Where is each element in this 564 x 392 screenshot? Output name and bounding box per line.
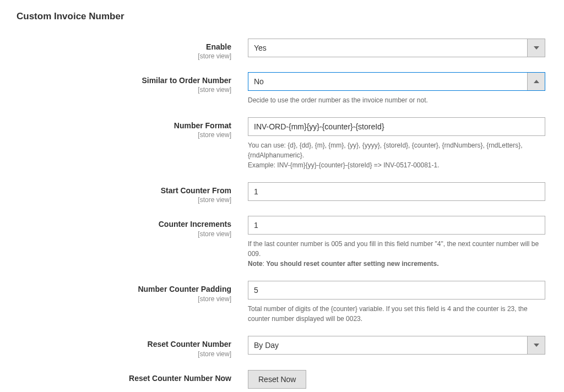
field-row-start-counter: Start Counter From [store view] bbox=[17, 182, 547, 204]
scope-label: [store view] bbox=[17, 295, 231, 303]
label-col: Start Counter From [store view] bbox=[17, 182, 248, 204]
similar-to-order-label: Similar to Order Number bbox=[17, 75, 231, 85]
chevron-down-icon bbox=[527, 336, 545, 354]
label-col: Counter Increments [store view] bbox=[17, 216, 248, 269]
padding-input[interactable] bbox=[248, 281, 545, 300]
number-format-label: Number Format bbox=[17, 121, 231, 130]
scope-label: [store view] bbox=[17, 86, 231, 94]
field-row-reset-counter: Reset Counter Number [store view] By Day bbox=[17, 336, 547, 357]
scope-label: [store view] bbox=[17, 350, 231, 358]
reset-now-label: Reset Counter Number Now bbox=[17, 373, 231, 383]
counter-increments-input[interactable] bbox=[248, 216, 545, 235]
similar-to-order-help: Decide to use the order number as the in… bbox=[248, 95, 545, 105]
label-col: Number Counter Padding [store view] bbox=[17, 281, 248, 324]
chevron-down-icon bbox=[527, 39, 545, 57]
label-col: Number Format [store view] bbox=[17, 117, 248, 170]
input-col: Reset Now [Store View] bbox=[248, 370, 545, 392]
input-col bbox=[248, 182, 545, 204]
input-col: You can use: {d}, {dd}, {m}, {mm}, {yy},… bbox=[248, 117, 545, 170]
counter-increments-label: Counter Increments bbox=[17, 219, 231, 229]
scope-label: [store view] bbox=[17, 196, 231, 204]
enable-select[interactable]: Yes bbox=[248, 39, 545, 57]
label-col: Similar to Order Number [store view] bbox=[17, 72, 248, 105]
input-col: Yes bbox=[248, 39, 545, 60]
reset-counter-select[interactable]: By Day bbox=[248, 336, 545, 355]
input-col: Total number of digits of the {counter} … bbox=[248, 281, 545, 324]
input-col: No Decide to use the order number as the… bbox=[248, 72, 545, 105]
label-col: Reset Counter Number [store view] bbox=[17, 336, 248, 357]
padding-label: Number Counter Padding bbox=[17, 284, 231, 294]
field-row-counter-increments: Counter Increments [store view] If the l… bbox=[17, 216, 547, 269]
section-title: Custom Invoice Number bbox=[17, 11, 547, 22]
similar-to-order-select-value: No bbox=[248, 73, 527, 90]
label-col: Reset Counter Number Now bbox=[17, 370, 248, 392]
reset-now-button[interactable]: Reset Now bbox=[248, 370, 306, 389]
reset-counter-label: Reset Counter Number bbox=[17, 339, 231, 349]
field-row-enable: Enable [store view] Yes bbox=[17, 39, 547, 60]
field-row-similar-to-order: Similar to Order Number [store view] No … bbox=[17, 72, 547, 105]
input-col: If the last counter number is 005 and yo… bbox=[248, 216, 545, 269]
scope-label: [store view] bbox=[17, 131, 231, 139]
start-counter-input[interactable] bbox=[248, 182, 545, 201]
start-counter-label: Start Counter From bbox=[17, 186, 231, 195]
reset-counter-select-value: By Day bbox=[248, 336, 527, 354]
counter-increments-help: If the last counter number is 005 and yo… bbox=[248, 239, 545, 269]
field-row-padding: Number Counter Padding [store view] Tota… bbox=[17, 281, 547, 324]
label-col: Enable [store view] bbox=[17, 39, 248, 60]
input-col: By Day bbox=[248, 336, 545, 357]
padding-help: Total number of digits of the {counter} … bbox=[248, 304, 545, 324]
field-row-number-format: Number Format [store view] You can use: … bbox=[17, 117, 547, 170]
field-row-reset-now: Reset Counter Number Now Reset Now [Stor… bbox=[17, 370, 547, 392]
scope-label: [store view] bbox=[17, 230, 231, 238]
enable-select-value: Yes bbox=[248, 39, 527, 57]
enable-label: Enable bbox=[17, 42, 231, 52]
chevron-up-icon bbox=[527, 73, 545, 90]
number-format-input[interactable] bbox=[248, 117, 545, 136]
similar-to-order-select[interactable]: No bbox=[248, 72, 545, 91]
number-format-help: You can use: {d}, {dd}, {m}, {mm}, {yy},… bbox=[248, 140, 545, 170]
scope-label: [store view] bbox=[17, 52, 231, 60]
